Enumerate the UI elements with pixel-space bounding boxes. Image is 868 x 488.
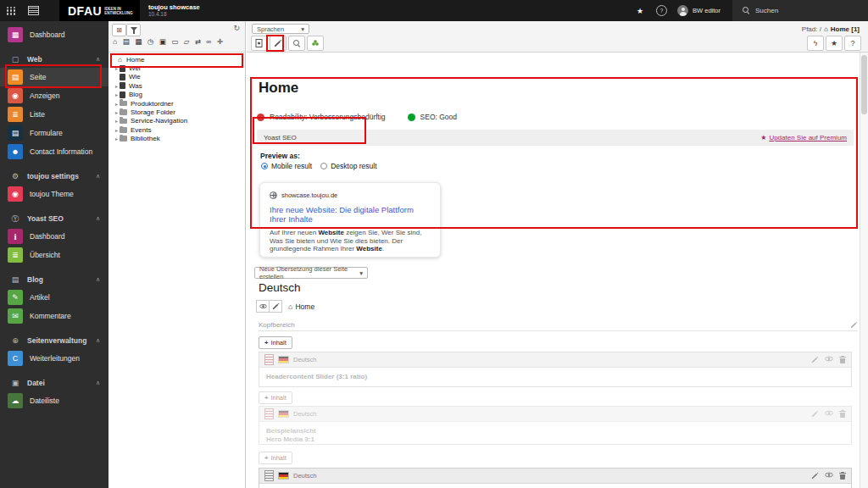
- page-external-link-icon[interactable]: ⇄: [195, 37, 201, 46]
- sidebar-item-kommentare[interactable]: ✉ Kommentare: [0, 307, 108, 325]
- caret-right-icon[interactable]: ▸: [114, 92, 120, 97]
- caret-right-icon[interactable]: ▸: [114, 65, 120, 71]
- new-page-button[interactable]: ⊞: [112, 24, 126, 36]
- sidebar-section-seitenverwaltung[interactable]: ⊕ Seitenverwaltung ∧: [0, 332, 108, 349]
- home-icon: ⌂: [824, 25, 828, 33]
- tree-item-wer[interactable]: ▸ Wer: [108, 64, 245, 72]
- page-home-icon[interactable]: ⌂: [113, 37, 117, 46]
- refresh-icon[interactable]: ↻: [233, 24, 240, 32]
- help-button[interactable]: ?: [844, 36, 861, 51]
- visibility-icon[interactable]: [825, 410, 833, 416]
- caret-right-icon[interactable]: ▸: [114, 101, 120, 107]
- sidebar-item-dashboard[interactable]: ▦ Dashboard: [0, 25, 108, 44]
- dashboard-icon: ▦: [8, 27, 23, 42]
- caret-right-icon[interactable]: ▸: [114, 83, 120, 89]
- home-icon: ⌂: [288, 302, 292, 311]
- tree-item-events[interactable]: ▸ Events: [108, 125, 245, 134]
- tree-item-was[interactable]: ▸ Was: [108, 81, 245, 90]
- breadcrumb: Pfad: / ⌂ Home [1]: [802, 25, 860, 33]
- sidebar-item-uebersicht[interactable]: ≣ Übersicht: [0, 246, 108, 264]
- content-element-card[interactable]: Deutsch Headercontent Slider (3:1 ratio): [259, 352, 852, 387]
- radio-mobile[interactable]: Mobile result: [261, 162, 312, 170]
- view-page-button[interactable]: [251, 36, 268, 51]
- radio-desktop[interactable]: Desktop result: [320, 162, 376, 170]
- sidebar-section-web[interactable]: ▢ Web ∧: [0, 51, 108, 68]
- logo-subtext: IDEEN INENTWICKLUNG: [104, 7, 133, 15]
- trash-icon[interactable]: [839, 356, 846, 363]
- add-content-button[interactable]: + Inhalt: [259, 391, 292, 404]
- edit-button[interactable]: [270, 300, 282, 313]
- page-folder-icon[interactable]: ▱: [184, 37, 190, 46]
- bookmark-button[interactable]: ★: [826, 36, 843, 51]
- page-title: Home: [259, 80, 298, 97]
- edit-column-icon[interactable]: [850, 317, 858, 332]
- user-menu[interactable]: BW editor: [677, 5, 721, 16]
- tree-item-home[interactable]: ⌂ Home: [108, 55, 245, 64]
- page-spacer-icon[interactable]: ▭: [171, 37, 178, 46]
- brand-logo[interactable]: DFAU IDEEN INENTWICKLUNG: [59, 0, 140, 21]
- sidebar-item-liste[interactable]: ≣ Liste: [0, 105, 108, 124]
- page-divider-icon[interactable]: ✛: [217, 37, 223, 46]
- module-menu-toggle-icon[interactable]: [0, 0, 22, 21]
- page-standard-icon[interactable]: ▤: [123, 37, 130, 46]
- view-button[interactable]: [256, 300, 270, 313]
- sidebar-item-weiterleitungen[interactable]: C Weiterleitungen: [0, 349, 108, 368]
- content-element-body: Headercontent Slider (3:1 ratio): [259, 368, 851, 386]
- sidebar-section-datei[interactable]: ▣ Datei ∧: [0, 374, 108, 391]
- visibility-icon[interactable]: [825, 356, 833, 362]
- clear-cache-button[interactable]: ϟ: [807, 36, 824, 51]
- add-content-button[interactable]: + Inhalt: [259, 336, 292, 349]
- content-element-card[interactable]: Deutsch Beispielansicht Hero Media 3:1: [259, 406, 852, 445]
- page-mountpoint-icon[interactable]: ▣: [159, 37, 166, 46]
- page-timed-icon[interactable]: ◷: [147, 37, 153, 46]
- caret-right-icon[interactable]: ▸: [114, 109, 120, 115]
- add-content-button[interactable]: + Inhalt: [259, 452, 292, 464]
- pagetree-toggle-icon[interactable]: [22, 0, 44, 21]
- tree-item-produktordner[interactable]: ▸ Produktordner: [108, 99, 245, 108]
- pencil-icon[interactable]: [811, 356, 819, 363]
- page-shortcut-icon[interactable]: ▦: [135, 37, 142, 46]
- sidebar-item-artikel[interactable]: ✎ Artikel: [0, 288, 108, 307]
- sidebar-item-seite[interactable]: ▤ Seite: [0, 68, 108, 86]
- scrollbar-track[interactable]: [860, 53, 868, 488]
- help-icon[interactable]: ?: [656, 5, 667, 16]
- new-translation-select[interactable]: Neue Übersetzung dieser Seite erstellen …: [254, 267, 368, 279]
- filter-button[interactable]: [126, 24, 141, 36]
- page-link-icon[interactable]: ∞: [206, 37, 211, 46]
- toujou-cache-button[interactable]: [307, 36, 324, 51]
- sidebar-item-toujou-theme[interactable]: ◉ toujou Theme: [0, 185, 108, 203]
- pencil-icon[interactable]: [811, 410, 819, 418]
- sidebar-item-yoast-dashboard[interactable]: i Dashboard: [0, 227, 108, 246]
- scrollbar-thumb[interactable]: [861, 55, 867, 114]
- sidebar-item-formulare[interactable]: ▤ Formulare: [0, 124, 108, 142]
- bookmark-star-icon[interactable]: ★: [627, 7, 653, 15]
- sidebar-section-toujou-settings[interactable]: ⚙ toujou settings ∧: [0, 168, 108, 185]
- sidebar-section-yoast-seo[interactable]: Ⓨ Yoast SEO ∧: [0, 210, 108, 227]
- premium-link[interactable]: Updaten Sie auf Premium: [769, 134, 847, 141]
- topbar-search[interactable]: Suchen: [732, 0, 868, 21]
- view-module-icon: ◉: [8, 88, 23, 103]
- sidebar-item-contact-information[interactable]: ☻ Contact Information: [0, 142, 108, 161]
- search-button[interactable]: [288, 36, 305, 51]
- sidebar-item-anzeigen[interactable]: ◉ Anzeigen: [0, 86, 108, 105]
- pencil-icon[interactable]: [811, 472, 819, 480]
- home-icon: ⌂: [116, 56, 124, 64]
- snippet-title[interactable]: Ihre neue Website: Die digitale Plattfor…: [270, 205, 431, 224]
- tree-item-wie[interactable]: ▸ Wie: [108, 73, 245, 81]
- caret-right-icon[interactable]: ▸: [114, 127, 120, 133]
- visibility-icon[interactable]: [825, 472, 833, 478]
- tree-item-storage-folder[interactable]: ▸ Storage Folder: [108, 108, 245, 116]
- caret-right-icon[interactable]: ▸: [114, 136, 120, 141]
- sidebar-section-blog[interactable]: ▤ Blog ∧: [0, 271, 108, 288]
- language-select[interactable]: Sprachen ▾: [252, 24, 309, 34]
- tree-item-blog[interactable]: ▸ Blog: [108, 91, 245, 99]
- caret-right-icon[interactable]: ▸: [114, 118, 120, 124]
- tree-item-service-navigation[interactable]: ▸ Service-Navigation: [108, 117, 245, 125]
- content-element-card[interactable]: Deutsch Jetzt gratis testen! Headerconte…: [259, 468, 852, 488]
- sidebar-item-dateiliste[interactable]: ☁ Dateiliste: [0, 391, 108, 410]
- edit-page-button[interactable]: [270, 36, 287, 51]
- trash-icon[interactable]: [839, 472, 846, 480]
- trash-icon[interactable]: [839, 410, 846, 418]
- tree-item-bibliothek[interactable]: ▸ Bibliothek: [108, 135, 245, 143]
- yoast-panel-header[interactable]: Yoast SEO ★ Updaten Sie auf Premium: [257, 130, 854, 146]
